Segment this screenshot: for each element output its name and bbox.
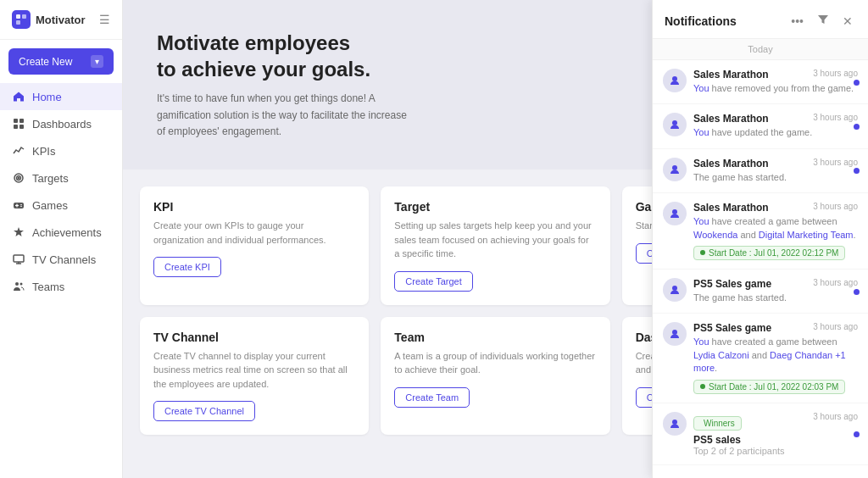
sidebar-item-teams[interactable]: Teams (0, 273, 122, 300)
svg-rect-1 (22, 14, 26, 19)
achievements-icon (12, 225, 25, 239)
kpis-icon (12, 144, 25, 158)
notif-name: PS5 Sales game (693, 322, 771, 334)
green-dot-icon (700, 384, 705, 389)
green-dot-icon (700, 250, 705, 255)
card-kpi-description: Create your own KPIs to gauge your organ… (153, 219, 355, 247)
card-kpi: KPI Create your own KPIs to gauge your o… (140, 186, 369, 305)
svg-point-13 (20, 204, 22, 206)
notifications-header: Notifications ••• ✕ (653, 0, 868, 39)
notif-item-subtitle: Top 2 of 2 participants (693, 446, 858, 456)
hero-description: It's time to have fun when you get thing… (157, 91, 411, 140)
sidebar: Motivator ☰ Create New ▾ Home Dashboards… (0, 0, 123, 478)
notifications-title: Notifications (665, 14, 737, 28)
notification-item: Sales Marathon 3 hours ago The game has … (653, 149, 868, 193)
notif-time: 3 hours ago (813, 412, 858, 421)
notif-unread-dot (854, 124, 860, 130)
create-target-button[interactable]: Create Target (394, 271, 472, 292)
svg-point-39 (672, 330, 677, 335)
sidebar-item-achievements[interactable]: Achievements (0, 219, 122, 246)
notif-time: 3 hours ago (813, 202, 858, 211)
notification-item: PS5 Sales game 3 hours ago You have crea… (653, 314, 868, 403)
hero-text: Motivate employees to achieve your goals… (157, 30, 411, 140)
sidebar-logo: Motivator (12, 10, 86, 29)
notif-body: PS5 Sales game 3 hours ago You have crea… (693, 322, 858, 393)
notif-start-date-tag: Start Date : Jul 01, 2022 02:12 PM (693, 246, 845, 260)
card-kpi-title: KPI (153, 200, 355, 214)
card-tv-title: TV Channel (153, 331, 355, 344)
card-team-title: Team (394, 331, 596, 344)
notif-today-label: Today (653, 39, 868, 60)
notif-text: You have removed you from the game. (693, 82, 858, 95)
svg-point-18 (15, 282, 19, 286)
sidebar-header: Motivator ☰ (0, 0, 122, 40)
notif-body: Sales Marathon 3 hours ago You have upda… (693, 113, 858, 139)
notification-item: PS5 Sales game 3 hours ago The game has … (653, 270, 868, 314)
notif-time: 3 hours ago (813, 322, 858, 331)
create-new-button[interactable]: Create New ▾ (8, 48, 114, 75)
notif-time: 3 hours ago (813, 69, 858, 78)
svg-point-37 (672, 209, 677, 214)
svg-point-35 (672, 120, 677, 125)
notif-name: Sales Marathon (693, 69, 769, 81)
create-tv-button[interactable]: Create TV Channel (153, 401, 255, 421)
svg-rect-4 (19, 119, 24, 123)
card-team-description: A team is a group of individuals working… (394, 349, 596, 377)
create-team-button[interactable]: Create Team (394, 387, 470, 408)
notification-item: Sales Marathon 3 hours ago You have upda… (653, 104, 868, 148)
notif-item-title: PS5 sales (693, 434, 858, 446)
svg-rect-15 (14, 255, 24, 262)
card-target-title: Target (394, 200, 596, 214)
sidebar-item-games[interactable]: Games (0, 192, 122, 219)
notification-item: Sales Marathon 3 hours ago You have remo… (653, 60, 868, 104)
notif-avatar (663, 113, 687, 136)
notif-name: PS5 Sales game (693, 278, 771, 290)
sidebar-item-kpis[interactable]: KPIs (0, 137, 122, 164)
notif-avatar (663, 69, 687, 92)
home-icon (12, 90, 25, 103)
svg-point-38 (672, 286, 677, 291)
dropdown-arrow-icon: ▾ (91, 55, 103, 68)
notif-text: You have updated the game. (693, 126, 858, 139)
hero-heading: Motivate employees to achieve your goals… (157, 30, 411, 82)
dashboards-icon (12, 117, 25, 131)
notif-unread-dot (854, 168, 860, 174)
svg-point-14 (20, 206, 22, 208)
sidebar-item-targets[interactable]: Targets (0, 164, 122, 192)
svg-rect-6 (19, 125, 24, 129)
card-tv-description: Create TV channel to display your curren… (153, 349, 355, 392)
targets-icon (12, 171, 25, 185)
create-kpi-button[interactable]: Create KPI (153, 257, 221, 277)
app-name: Motivator (36, 14, 86, 26)
card-target-description: Setting up sales targets help keep you a… (394, 219, 596, 261)
card-tv-channel: TV Channel Create TV channel to display … (140, 317, 369, 436)
notifications-panel: Notifications ••• ✕ Today Sales Marathon (652, 0, 868, 478)
main-content: Motivate employees to achieve your goals… (123, 0, 868, 478)
sidebar-item-dashboards[interactable]: Dashboards (0, 110, 122, 137)
svg-rect-5 (14, 125, 18, 129)
sidebar-item-tv-channels[interactable]: TV Channels (0, 246, 122, 273)
svg-rect-0 (16, 14, 20, 19)
sidebar-item-home[interactable]: Home (0, 83, 122, 110)
notification-item: Sales Marathon 3 hours ago You have crea… (653, 193, 868, 270)
notif-body: Winners 3 hours ago PS5 sales Top 2 of 2… (693, 412, 858, 457)
notif-more-button[interactable]: ••• (787, 13, 807, 30)
sidebar-nav: Home Dashboards KPIs Targets Games (0, 80, 122, 478)
notif-body: PS5 Sales game 3 hours ago The game has … (693, 278, 858, 304)
svg-point-40 (672, 420, 677, 425)
hamburger-icon[interactable]: ☰ (99, 13, 110, 26)
notification-item-winners: Winners 3 hours ago PS5 sales Top 2 of 2… (653, 403, 868, 466)
card-target: Target Setting up sales targets help kee… (381, 186, 609, 305)
notif-body: Sales Marathon 3 hours ago You have remo… (693, 69, 858, 95)
notif-filter-button[interactable] (814, 12, 832, 30)
notif-avatar (663, 322, 687, 346)
svg-point-9 (18, 177, 19, 179)
notif-text: You have created a game between Lydia Ca… (693, 336, 858, 375)
notif-start-date-tag: Start Date : Jul 01, 2022 02:03 PM (693, 380, 845, 394)
winners-badge: Winners (693, 416, 742, 431)
notif-avatar (663, 158, 687, 181)
notif-close-button[interactable]: ✕ (839, 13, 856, 30)
notif-name: Sales Marathon (693, 202, 769, 214)
tv-icon (12, 253, 25, 266)
svg-point-19 (20, 283, 23, 286)
